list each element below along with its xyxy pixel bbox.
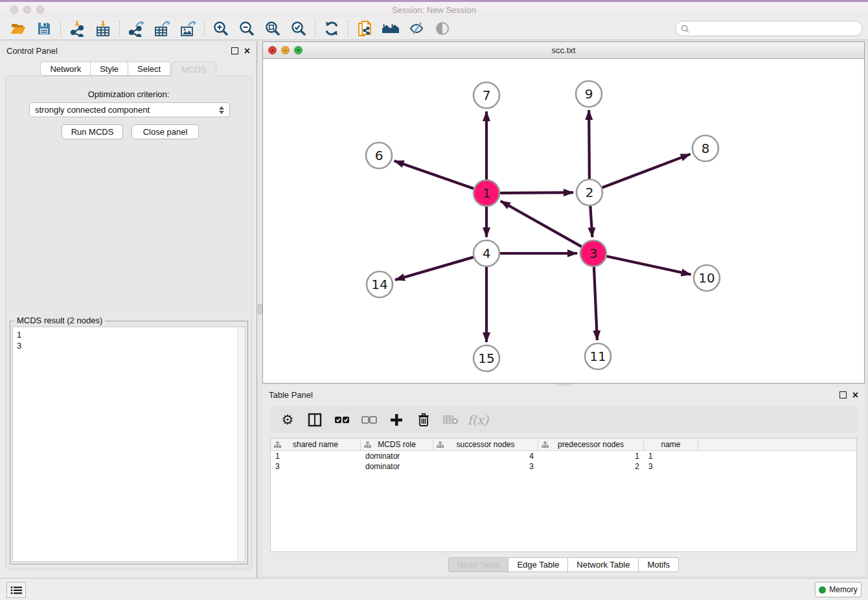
zoom-selected-icon <box>290 20 307 37</box>
close-panel-icon[interactable]: × <box>244 47 250 54</box>
toolbar-separator <box>348 21 348 36</box>
control-panel-header: Control Panel × <box>0 41 257 60</box>
task-history-button[interactable] <box>6 582 26 598</box>
hierarchy-icon <box>364 441 371 448</box>
memory-label: Memory <box>829 585 857 594</box>
network-graph: 1234678910111415 <box>263 59 864 383</box>
network-canvas[interactable]: 1234678910111415 <box>263 59 864 383</box>
save-session-button[interactable] <box>31 19 57 38</box>
tab-network[interactable]: Network <box>40 62 91 76</box>
column-header-shared-name[interactable]: shared name <box>271 439 361 450</box>
plus-icon <box>390 413 403 426</box>
run-mcds-button[interactable]: Run MCDS <box>62 124 123 139</box>
vertical-splitter[interactable] <box>258 41 262 578</box>
apply-layout-button[interactable] <box>319 19 345 38</box>
float-panel-icon[interactable] <box>839 391 847 398</box>
table-cell[interactable]: 1 <box>538 451 644 461</box>
memory-button[interactable]: Memory <box>815 582 862 597</box>
tab-motifs[interactable]: Motifs <box>639 557 679 572</box>
save-floppy-icon <box>36 21 52 36</box>
tab-style[interactable]: Style <box>91 62 128 76</box>
import-network-button[interactable] <box>64 19 90 38</box>
result-scrollbar[interactable] <box>237 327 245 561</box>
hide-graphics-details-button[interactable] <box>404 19 429 38</box>
zoom-fit-button[interactable] <box>260 19 286 38</box>
node-label-6: 6 <box>375 148 383 163</box>
column-header-successor-nodes[interactable]: successor nodes <box>433 439 538 450</box>
table-cell[interactable]: 3 <box>644 461 698 472</box>
table-cell[interactable]: dominator <box>361 461 433 472</box>
network-view-window: × − + scc.txt 1234678910111415 <box>262 41 865 384</box>
table-cell[interactable]: 3 <box>271 461 361 472</box>
select-all-button[interactable] <box>331 410 353 430</box>
edge-2-8[interactable] <box>602 154 691 188</box>
function-builder-button[interactable]: f(x) <box>467 410 489 430</box>
edge-2-3[interactable] <box>590 206 592 237</box>
node-label-11: 11 <box>589 349 606 364</box>
network-window-title: scc.txt <box>263 45 864 55</box>
toolbar-separator <box>204 21 205 36</box>
export-image-button[interactable] <box>175 19 201 38</box>
edge-1-6[interactable] <box>394 161 474 189</box>
delete-table-button[interactable] <box>440 410 462 430</box>
node-table[interactable]: shared nameMCDS rolesuccessor nodesprede… <box>270 438 857 552</box>
close-panel-button[interactable]: Close panel <box>131 124 199 139</box>
add-column-button[interactable] <box>385 410 407 430</box>
tab-node-table[interactable]: Node Table <box>448 557 509 572</box>
search-input[interactable] <box>692 24 857 33</box>
tab-network-table[interactable]: Network Table <box>568 557 639 572</box>
mcds-result-area[interactable]: 1 3 <box>12 327 246 562</box>
export-network-button[interactable] <box>123 19 149 38</box>
table-row[interactable]: 3dominator323 <box>271 461 856 472</box>
search-field[interactable] <box>675 21 863 36</box>
table-cell[interactable]: 4 <box>433 451 538 461</box>
tab-select[interactable]: Select <box>128 62 170 76</box>
column-header-MCDS-role[interactable]: MCDS role <box>361 439 433 450</box>
column-label: name <box>661 440 680 449</box>
vertical-splitter-handle[interactable] <box>258 304 262 314</box>
column-header-predecessor-nodes[interactable]: predecessor nodes <box>538 439 644 450</box>
tab-edge-table[interactable]: Edge Table <box>508 557 568 572</box>
float-panel-icon[interactable] <box>231 47 238 54</box>
table-cell[interactable]: 1 <box>644 451 698 461</box>
delete-column-button[interactable] <box>413 410 435 430</box>
zoom-fit-icon <box>264 20 281 37</box>
table-cell[interactable]: 1 <box>271 451 361 461</box>
edge-3-1[interactable] <box>501 201 582 246</box>
edge-2-9[interactable] <box>589 110 589 179</box>
deselect-all-button[interactable] <box>358 410 380 430</box>
table-cell[interactable]: 3 <box>433 461 538 472</box>
column-label: shared name <box>293 440 338 449</box>
search-icon <box>681 25 689 33</box>
import-table-button[interactable] <box>90 19 116 38</box>
column-header-name[interactable]: name <box>644 439 698 450</box>
export-table-button[interactable] <box>149 19 175 38</box>
home-button[interactable] <box>378 19 404 38</box>
select-all-icon <box>334 415 350 424</box>
network-file-button[interactable] <box>352 19 378 38</box>
optimization-criterion-select[interactable]: strongly connected component <box>29 102 230 117</box>
control-panel: Control Panel × Network Style Select MCD… <box>0 41 257 578</box>
edge-1-2[interactable] <box>500 192 573 193</box>
tab-mcds[interactable]: MCDS <box>172 62 216 76</box>
zoom-out-button[interactable] <box>234 19 260 38</box>
edge-4-14[interactable] <box>395 257 474 280</box>
application-window: Session: New Session <box>0 0 868 600</box>
close-panel-icon[interactable]: × <box>852 391 858 398</box>
zoom-in-button[interactable] <box>208 19 234 38</box>
level-of-detail-button[interactable] <box>429 19 455 38</box>
list-icon <box>10 586 22 595</box>
table-settings-button[interactable]: ⚙ <box>277 410 299 430</box>
column-view-button[interactable] <box>304 410 326 430</box>
edge-3-11[interactable] <box>594 267 597 340</box>
table-row[interactable]: 1dominator411 <box>271 451 856 461</box>
edge-3-10[interactable] <box>607 256 691 274</box>
import-network-icon <box>69 20 86 37</box>
table-cell[interactable]: 2 <box>538 461 644 472</box>
trash-icon <box>417 413 430 427</box>
table-cell[interactable]: dominator <box>361 451 433 461</box>
mcds-result-lines: 1 3 <box>13 327 245 353</box>
zoom-selected-button[interactable] <box>286 19 312 38</box>
open-session-button[interactable] <box>5 19 31 38</box>
import-table-icon <box>95 20 111 37</box>
